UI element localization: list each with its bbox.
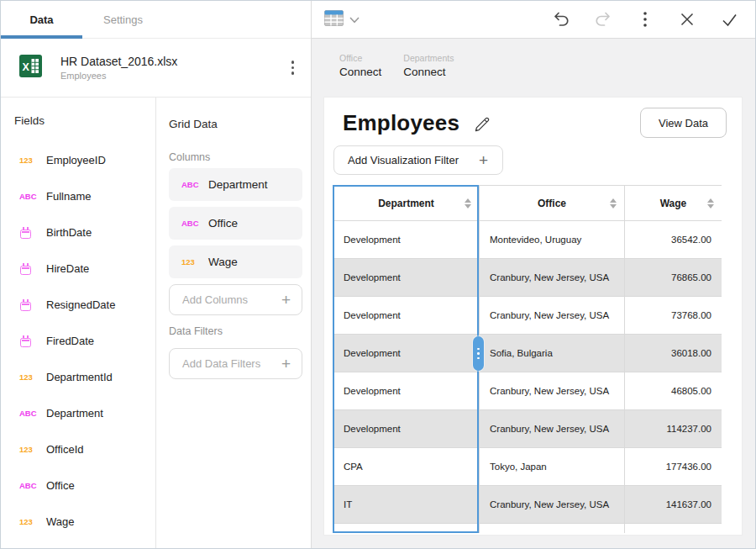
table-cell[interactable]: Development — [333, 221, 480, 259]
add-data-filters-button[interactable]: Add Data Filters + — [169, 348, 302, 379]
table-cell[interactable]: Cranbury, New Jersey, USA — [480, 297, 625, 335]
field-item-birthdate[interactable]: BirthDate — [1, 214, 155, 251]
field-item-resigneddate[interactable]: ResignedDate — [1, 287, 155, 323]
table-cell[interactable]: Development — [333, 410, 480, 448]
column-chips: ABCDepartmentABCOffice123Wage — [169, 168, 302, 278]
table-cell[interactable]: 76865.00 — [625, 259, 722, 297]
table-cell[interactable]: Development — [333, 335, 480, 372]
number-field-icon: 123 — [19, 445, 39, 454]
table-cell[interactable]: 73768.00 — [625, 297, 722, 335]
table-row — [333, 524, 722, 534]
column-header-department[interactable]: Department — [333, 186, 480, 221]
table-cell[interactable] — [480, 524, 625, 534]
connection-office[interactable]: Office Connect — [339, 53, 381, 78]
column-drag-handle[interactable] — [473, 336, 484, 371]
table-cell[interactable]: IT — [333, 486, 480, 524]
visualization-card: Employees View Data Add Visualization Fi… — [323, 97, 743, 536]
visualization-type-button[interactable] — [324, 10, 360, 29]
table-cell[interactable]: Sofia, Bulgaria — [480, 335, 625, 372]
table-header-row: DepartmentOfficeWage — [333, 186, 722, 221]
active-tab-indicator — [1, 35, 82, 39]
tab-data[interactable]: Data — [1, 1, 82, 38]
column-header-label: Wage — [660, 198, 687, 209]
column-header-label: Department — [378, 198, 434, 209]
datasource-sheet: Employees — [60, 71, 286, 81]
text-field-icon: ABC — [19, 192, 39, 201]
table-cell[interactable]: 46805.00 — [625, 372, 722, 410]
close-button[interactable] — [678, 10, 696, 29]
table-cell[interactable] — [333, 524, 480, 534]
field-label: EmployeeID — [46, 154, 106, 166]
editor-canvas: Office Connect Departments Connect Emplo… — [312, 39, 755, 548]
table-cell[interactable]: 177436.00 — [625, 448, 722, 486]
add-columns-button[interactable]: Add Columns + — [169, 284, 302, 315]
number-field-icon: 123 — [19, 156, 39, 165]
table-row: DevelopmentSofia, Bulgaria36018.00 — [333, 335, 722, 372]
chevron-down-icon — [349, 12, 360, 27]
svg-text:X: X — [23, 61, 30, 73]
table-cell[interactable]: Development — [333, 372, 480, 410]
field-item-office[interactable]: ABCOffice — [1, 467, 155, 504]
column-chip-wage[interactable]: 123Wage — [169, 245, 302, 278]
date-field-icon — [19, 335, 39, 347]
field-item-fullname[interactable]: ABCFullname — [1, 178, 155, 214]
field-item-officeid[interactable]: 123OfficeId — [1, 431, 155, 467]
add-visualization-filter-button[interactable]: Add Visualization Filter + — [333, 145, 503, 175]
number-field-icon: 123 — [181, 257, 201, 267]
edit-title-button[interactable] — [472, 114, 492, 135]
datasource-menu-button[interactable] — [286, 55, 300, 80]
table-cell[interactable]: Cranbury, New Jersey, USA — [480, 259, 625, 297]
data-grid: DepartmentOfficeWage DevelopmentMontevid… — [333, 185, 722, 533]
table-cell[interactable]: Development — [333, 297, 480, 335]
table-cell[interactable]: Development — [333, 259, 480, 297]
table-cell[interactable] — [625, 524, 722, 534]
column-chip-department[interactable]: ABCDepartment — [169, 168, 302, 201]
field-label: DepartmentId — [46, 371, 113, 383]
overflow-menu-button[interactable] — [636, 10, 654, 29]
number-field-icon: 123 — [19, 517, 39, 526]
table-cell[interactable]: Montevideo, Uruguay — [480, 221, 625, 259]
table-cell[interactable]: 36018.00 — [625, 335, 722, 372]
column-header-office[interactable]: Office — [480, 186, 625, 221]
field-item-hiredate[interactable]: HireDate — [1, 251, 155, 287]
sort-icon[interactable] — [610, 198, 617, 209]
grid-data-title: Grid Data — [169, 118, 302, 130]
field-item-department[interactable]: ABCDepartment — [1, 395, 155, 431]
field-label: FiredDate — [46, 335, 94, 347]
data-table: DepartmentOfficeWage DevelopmentMontevid… — [333, 185, 722, 533]
connection-source: Departments — [403, 53, 454, 63]
text-field-icon: ABC — [181, 219, 201, 228]
datasource-name: HR Dataset_2016.xlsx — [60, 55, 286, 68]
table-cell[interactable]: CPA — [333, 448, 480, 486]
datasource-row[interactable]: X HR Dataset_2016.xlsx Employees — [1, 39, 311, 98]
field-label: ResignedDate — [46, 298, 115, 311]
table-cell[interactable]: Cranbury, New Jersey, USA — [480, 372, 625, 410]
column-header-wage[interactable]: Wage — [625, 186, 722, 221]
table-row: DevelopmentCranbury, New Jersey, USA7686… — [333, 259, 722, 297]
connection-departments[interactable]: Departments Connect — [403, 53, 454, 78]
column-chip-office[interactable]: ABCOffice — [169, 207, 302, 240]
table-row: ITCranbury, New Jersey, USA141637.00 — [333, 486, 722, 524]
sort-icon[interactable] — [707, 198, 714, 209]
table-cell[interactable]: 141637.00 — [625, 486, 722, 524]
table-cell[interactable]: 114237.00 — [625, 410, 722, 448]
field-item-fireddate[interactable]: FiredDate — [1, 323, 155, 359]
table-cell[interactable]: Tokyo, Japan — [480, 448, 625, 486]
redo-button[interactable] — [594, 10, 612, 29]
view-data-button[interactable]: View Data — [640, 108, 727, 138]
undo-button[interactable] — [552, 10, 570, 29]
field-item-departmentid[interactable]: 123DepartmentId — [1, 359, 155, 395]
left-panels: Fields 123EmployeeIDABCFullnameBirthDate… — [1, 98, 311, 548]
tab-settings[interactable]: Settings — [82, 1, 164, 38]
fields-title: Fields — [14, 114, 155, 127]
field-item-wage[interactable]: 123Wage — [1, 504, 155, 540]
text-field-icon: ABC — [19, 409, 39, 418]
field-item-employeeid[interactable]: 123EmployeeID — [1, 142, 155, 178]
table-cell[interactable]: Cranbury, New Jersey, USA — [480, 486, 625, 524]
table-row: DevelopmentCranbury, New Jersey, USA4680… — [333, 372, 722, 410]
table-cell[interactable]: Cranbury, New Jersey, USA — [480, 410, 625, 448]
confirm-button[interactable] — [720, 10, 738, 29]
sort-icon[interactable] — [465, 198, 471, 209]
table-cell[interactable]: 36542.00 — [625, 221, 722, 259]
grid-visualization-icon — [324, 10, 344, 29]
